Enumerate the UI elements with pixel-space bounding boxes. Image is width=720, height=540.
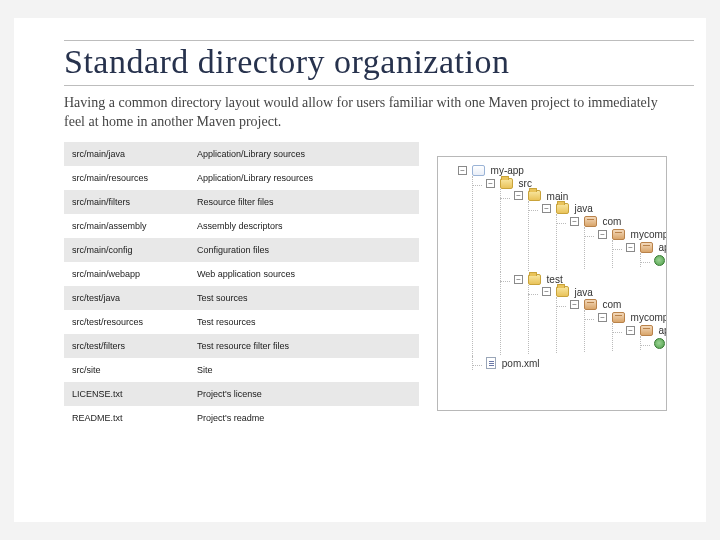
- tree-node-mycompany[interactable]: − mycompany −: [584, 227, 662, 269]
- folder-open-icon: [500, 178, 513, 189]
- package-icon: [584, 299, 597, 310]
- title-underline: [64, 85, 694, 86]
- table-row: src/test/javaTest sources: [64, 286, 419, 310]
- table-row: LICENSE.txtProject's license: [64, 382, 419, 406]
- path-cell: src/main/filters: [64, 190, 189, 214]
- tree-label: test: [547, 274, 563, 285]
- collapse-icon[interactable]: −: [626, 326, 635, 335]
- desc-cell: Web application sources: [189, 262, 419, 286]
- package-icon: [584, 216, 597, 227]
- folder-open-icon: [528, 190, 541, 201]
- tree-label: java: [575, 203, 593, 214]
- path-cell: src/test/java: [64, 286, 189, 310]
- desc-cell: Resource filter files: [189, 190, 419, 214]
- desc-cell: Test sources: [189, 286, 419, 310]
- collapse-icon[interactable]: −: [570, 217, 579, 226]
- collapse-icon[interactable]: −: [514, 191, 523, 200]
- desc-cell: Application/Library sources: [189, 142, 419, 166]
- collapse-icon[interactable]: −: [514, 275, 523, 284]
- table-row: src/test/resourcesTest resources: [64, 310, 419, 334]
- package-icon: [612, 312, 625, 323]
- collapse-icon[interactable]: −: [458, 166, 467, 175]
- collapse-icon[interactable]: −: [542, 287, 551, 296]
- tree-panel: − my-app − src − main: [437, 156, 667, 411]
- tree-node-src[interactable]: − src − main −: [472, 176, 662, 356]
- tree-node-mycompany[interactable]: − mycompany −: [584, 310, 662, 352]
- table-row: src/main/assemblyAssembly descriptors: [64, 214, 419, 238]
- tree-label: com: [603, 299, 622, 310]
- tree-node-pom[interactable]: pom.xml: [472, 356, 662, 370]
- collapse-icon[interactable]: −: [626, 243, 635, 252]
- tree-label: com: [603, 216, 622, 227]
- tree-node-root[interactable]: − my-app − src − main: [444, 163, 662, 371]
- table-row: src/test/filtersTest resource filter fil…: [64, 334, 419, 358]
- tree-node-java[interactable]: − java − com: [528, 285, 662, 354]
- collapse-icon[interactable]: −: [598, 313, 607, 322]
- directory-table-body: src/main/javaApplication/Library sources…: [64, 142, 419, 430]
- path-cell: src/main/resources: [64, 166, 189, 190]
- content-row: src/main/javaApplication/Library sources…: [64, 142, 676, 430]
- tree-node-test[interactable]: − test − java: [500, 272, 662, 355]
- tree-label: src: [519, 178, 532, 189]
- table-row: src/main/javaApplication/Library sources: [64, 142, 419, 166]
- package-icon: [640, 325, 653, 336]
- java-file-icon: [654, 338, 665, 349]
- tree-node-app[interactable]: − app: [612, 323, 662, 351]
- tree-label: app: [659, 242, 667, 253]
- table-row: README.txtProject's readme: [64, 406, 419, 430]
- collapse-icon[interactable]: −: [570, 300, 579, 309]
- desc-cell: Project's readme: [189, 406, 419, 430]
- table-row: src/main/webappWeb application sources: [64, 262, 419, 286]
- desc-cell: Assembly descriptors: [189, 214, 419, 238]
- path-cell: src/main/config: [64, 238, 189, 262]
- tree-node-apptestjava[interactable]: AppTest.java: [640, 336, 662, 350]
- tree-label: mycompany: [631, 312, 667, 323]
- desc-cell: Project's license: [189, 382, 419, 406]
- slide: Standard directory organization Having a…: [14, 18, 706, 522]
- path-cell: src/test/resources: [64, 310, 189, 334]
- java-file-icon: [654, 255, 665, 266]
- tree-node-app[interactable]: − app: [612, 240, 662, 268]
- path-cell: src/main/java: [64, 142, 189, 166]
- tree-node-com[interactable]: − com −: [556, 297, 662, 352]
- table-row: src/main/configConfiguration files: [64, 238, 419, 262]
- folder-open-icon: [528, 274, 541, 285]
- desc-cell: Site: [189, 358, 419, 382]
- tree-label: app: [659, 325, 667, 336]
- project-icon: [472, 165, 485, 176]
- tree-node-main[interactable]: − main − java: [500, 189, 662, 272]
- tree-node-appjava[interactable]: App.java: [640, 253, 662, 267]
- table-row: src/main/filtersResource filter files: [64, 190, 419, 214]
- desc-cell: Test resource filter files: [189, 334, 419, 358]
- collapse-icon[interactable]: −: [542, 204, 551, 213]
- tree-label: mycompany: [631, 229, 667, 240]
- collapse-icon[interactable]: −: [598, 230, 607, 239]
- table-row: src/main/resourcesApplication/Library re…: [64, 166, 419, 190]
- table-row: src/siteSite: [64, 358, 419, 382]
- tree-node-com[interactable]: − com −: [556, 214, 662, 269]
- path-cell: README.txt: [64, 406, 189, 430]
- top-rule: [64, 40, 694, 41]
- page-title: Standard directory organization: [64, 43, 676, 81]
- path-cell: src/main/webapp: [64, 262, 189, 286]
- file-tree: − my-app − src − main: [444, 163, 662, 371]
- tree-node-java[interactable]: − java − com: [528, 201, 662, 270]
- package-icon: [612, 229, 625, 240]
- collapse-icon[interactable]: −: [486, 179, 495, 188]
- tree-label: my-app: [491, 165, 524, 176]
- path-cell: src/test/filters: [64, 334, 189, 358]
- package-icon: [640, 242, 653, 253]
- desc-cell: Application/Library resources: [189, 166, 419, 190]
- xml-file-icon: [486, 357, 496, 369]
- folder-open-icon: [556, 286, 569, 297]
- desc-cell: Test resources: [189, 310, 419, 334]
- path-cell: src/main/assembly: [64, 214, 189, 238]
- tree-label: main: [547, 190, 569, 201]
- directory-table: src/main/javaApplication/Library sources…: [64, 142, 419, 430]
- tree-label: pom.xml: [502, 358, 540, 369]
- intro-paragraph: Having a common directory layout would a…: [64, 94, 664, 132]
- folder-open-icon: [556, 203, 569, 214]
- path-cell: LICENSE.txt: [64, 382, 189, 406]
- tree-label: java: [575, 286, 593, 297]
- desc-cell: Configuration files: [189, 238, 419, 262]
